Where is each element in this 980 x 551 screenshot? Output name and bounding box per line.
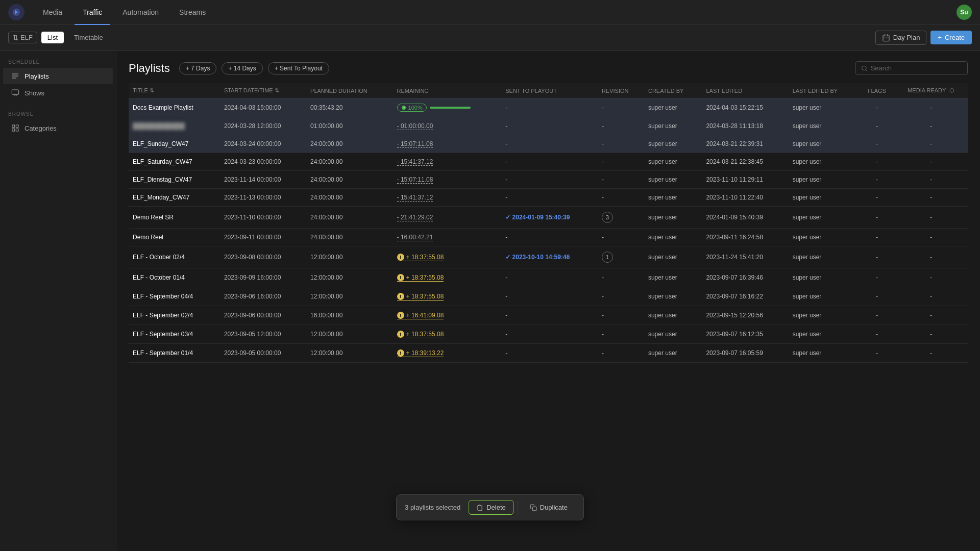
playlists-header: Playlists + 7 Days + 14 Days + Sent To P… — [129, 61, 968, 75]
sent-to-playout-button[interactable]: + Sent To Playout — [268, 62, 329, 74]
cell-flags: - — [859, 306, 894, 325]
add-14-days-button[interactable]: + 14 Days — [222, 62, 262, 74]
col-start[interactable]: START DATE/TIME ⇅ — [220, 83, 306, 98]
cell-revision: - — [598, 153, 644, 171]
table-row[interactable]: ELF - October 01/42023-09-09 16:00:0012:… — [129, 268, 968, 287]
delete-icon — [476, 504, 483, 511]
elf-label: ELF — [20, 34, 33, 41]
cell-media-ready: - — [894, 325, 968, 344]
cell-flags: - — [859, 325, 894, 344]
svg-rect-8 — [12, 90, 18, 94]
table-row[interactable]: ELF - September 02/42023-09-06 00:00:001… — [129, 306, 968, 325]
cell-sent: - — [501, 135, 598, 153]
cell-last-edited-by: super user — [789, 153, 860, 171]
duplicate-label: Duplicate — [540, 504, 568, 511]
bottom-action-bar: 3 playlists selected Delete Duplicate — [396, 494, 584, 520]
table-row[interactable]: ELF_Sunday_CW472024-03-24 00:00:0024:00:… — [129, 135, 968, 153]
cell-sent: - — [501, 344, 598, 363]
cell-created-by: super user — [644, 189, 702, 207]
cell-last-edited: 2023-11-10 11:22:40 — [702, 189, 788, 207]
cell-last-edited-by: super user — [789, 117, 860, 135]
table-row[interactable]: ELF - September 01/42023-09-05 00:00:001… — [129, 344, 968, 363]
tab-list[interactable]: List — [41, 32, 64, 43]
cell-revision: - — [598, 135, 644, 153]
elf-arrows-icon: ⇅ — [13, 34, 18, 41]
cell-title: ELF - September 04/4 — [129, 287, 220, 306]
cell-start: 2024-03-24 00:00:00 — [220, 135, 306, 153]
create-button[interactable]: + Create — [930, 31, 972, 44]
cell-last-edited-by: super user — [789, 306, 860, 325]
col-revision: REVISION — [598, 83, 644, 98]
table-row[interactable]: ████████████2024-03-28 12:00:0001:00:00.… — [129, 117, 968, 135]
table-body: Docs Example Playlist2024-04-03 15:00:00… — [129, 98, 968, 363]
nav-automation[interactable]: Automation — [114, 1, 167, 25]
cell-last-edited-by: super user — [789, 171, 860, 189]
export-icon[interactable]: ⬡ — [949, 87, 954, 93]
cell-sent: ✓ 2023-10-10 14:59:46 — [501, 246, 598, 268]
cell-created-by: super user — [644, 287, 702, 306]
cell-media-ready: - — [894, 171, 968, 189]
search-input[interactable] — [871, 64, 962, 72]
elf-selector[interactable]: ⇅ ELF — [8, 32, 37, 43]
search-icon — [861, 65, 868, 72]
table-row[interactable]: Demo Reel2023-09-11 00:00:0024:00:00.00-… — [129, 229, 968, 246]
add-7-days-button[interactable]: + 7 Days — [179, 62, 217, 74]
duplicate-button[interactable]: Duplicate — [522, 500, 575, 515]
nav-streams[interactable]: Streams — [171, 1, 214, 25]
main-layout: SCHEDULE Playlists Shows BROWSE Categori… — [0, 51, 980, 551]
cell-start: 2023-11-10 00:00:00 — [220, 207, 306, 229]
cell-remaining: - 21:41:29.02 — [393, 207, 502, 229]
col-flags: FLAGS — [859, 83, 894, 98]
sidebar-item-playlists[interactable]: Playlists — [3, 68, 113, 84]
table-row[interactable]: ELF_Monday_CW472023-11-13 00:00:0024:00:… — [129, 189, 968, 207]
cell-title: ELF_Dienstag_CW47 — [129, 171, 220, 189]
table-row[interactable]: Docs Example Playlist2024-04-03 15:00:00… — [129, 98, 968, 117]
cell-title: Docs Example Playlist — [129, 98, 220, 117]
cell-title: ELF - September 02/4 — [129, 306, 220, 325]
cell-remaining: 100% — [393, 98, 502, 117]
cell-flags: - — [859, 344, 894, 363]
col-remaining: REMAINING — [393, 83, 502, 98]
cell-flags: - — [859, 135, 894, 153]
categories-icon — [11, 124, 19, 132]
delete-button[interactable]: Delete — [469, 500, 513, 515]
cell-planned: 12:00:00.00 — [306, 268, 393, 287]
cell-media-ready: - — [894, 135, 968, 153]
duplicate-icon — [530, 504, 537, 511]
col-title[interactable]: TITLE ⇅ — [129, 83, 220, 98]
cell-remaining: - 16:00:42.21 — [393, 229, 502, 246]
cell-revision: - — [598, 325, 644, 344]
table-row[interactable]: Demo Reel SR2023-11-10 00:00:0024:00:00.… — [129, 207, 968, 229]
cell-media-ready: - — [894, 246, 968, 268]
day-plan-button[interactable]: Day Plan — [875, 31, 927, 45]
nav-traffic[interactable]: Traffic — [75, 1, 110, 25]
day-plan-label: Day Plan — [893, 34, 920, 41]
user-avatar[interactable]: Su — [957, 5, 972, 20]
table-row[interactable]: ELF_Dienstag_CW472023-11-14 00:00:0024:0… — [129, 171, 968, 189]
tab-timetable[interactable]: Timetable — [68, 32, 109, 43]
divider — [518, 500, 518, 515]
cell-sent: - — [501, 325, 598, 344]
svg-line-14 — [866, 69, 867, 70]
nav-media[interactable]: Media — [35, 1, 70, 25]
sidebar-item-categories[interactable]: Categories — [3, 120, 113, 136]
cell-planned: 12:00:00.00 — [306, 325, 393, 344]
sidebar-item-shows[interactable]: Shows — [3, 85, 113, 101]
svg-rect-16 — [532, 507, 536, 511]
cell-planned: 01:00:00.00 — [306, 117, 393, 135]
table-row[interactable]: ELF - September 04/42023-09-06 16:00:001… — [129, 287, 968, 306]
playlists-icon — [11, 72, 19, 80]
cell-sent: - — [501, 287, 598, 306]
cell-last-edited: 2023-09-07 16:12:35 — [702, 325, 788, 344]
cell-title: Demo Reel — [129, 229, 220, 246]
cell-media-ready: - — [894, 189, 968, 207]
cell-media-ready: - — [894, 268, 968, 287]
table-row[interactable]: ELF - October 02/42023-09-08 00:00:0012:… — [129, 246, 968, 268]
cell-last-edited: 2024-03-21 22:39:31 — [702, 135, 788, 153]
table-row[interactable]: ELF - September 03/42023-09-05 12:00:001… — [129, 325, 968, 344]
cell-revision: - — [598, 189, 644, 207]
cell-sent: - — [501, 189, 598, 207]
cell-planned: 12:00:00.00 — [306, 344, 393, 363]
cell-media-ready: - — [894, 287, 968, 306]
table-row[interactable]: ELF_Saturday_CW472024-03-23 00:00:0024:0… — [129, 153, 968, 171]
